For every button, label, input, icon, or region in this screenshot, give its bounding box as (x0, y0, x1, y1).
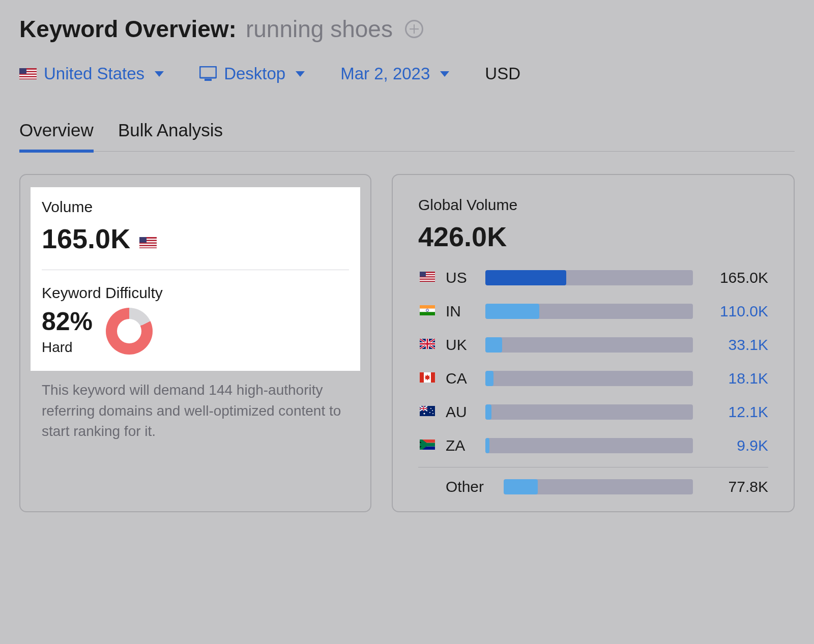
au-flag-icon (418, 405, 437, 419)
volume-value-row: 165.0K (42, 223, 349, 254)
svg-rect-19 (420, 272, 426, 277)
svg-point-30 (430, 408, 431, 409)
svg-rect-3 (19, 75, 37, 76)
volume-value[interactable]: 18.1K (702, 370, 768, 387)
svg-rect-13 (139, 237, 147, 243)
svg-rect-22 (420, 312, 435, 315)
global-volume-row[interactable]: IN110.0K (418, 297, 768, 326)
svg-rect-12 (139, 246, 157, 247)
tab-bulk-analysis[interactable]: Bulk Analysis (118, 120, 223, 151)
kd-level: Hard (42, 339, 93, 356)
svg-rect-17 (420, 278, 435, 279)
global-volume-row: US165.0K (418, 264, 768, 292)
svg-rect-18 (420, 280, 435, 281)
svg-point-32 (429, 412, 430, 413)
page-title-row: Keyword Overview: running shoes (19, 15, 795, 43)
volume-bar (485, 337, 693, 353)
country-filter-label: United States (44, 64, 144, 83)
volume-bar (485, 438, 693, 453)
volume-value[interactable]: 12.1K (702, 403, 768, 421)
volume-kd-card: Volume 165.0K Keyword Difficulty 82% Har… (19, 174, 371, 512)
country-code: UK (446, 336, 476, 354)
tabs: Overview Bulk Analysis (19, 120, 795, 152)
country-code: CA (446, 370, 476, 387)
svg-rect-26 (420, 372, 424, 383)
global-volume-row[interactable]: UK33.1K (418, 331, 768, 359)
divider (418, 467, 768, 467)
volume-value[interactable]: 9.9K (702, 437, 768, 454)
date-filter[interactable]: Mar 2, 2023 (340, 64, 449, 83)
uk-flag-icon (418, 338, 437, 352)
volume-value: 77.8K (702, 478, 768, 495)
global-volume-row[interactable]: AU12.1K (418, 398, 768, 426)
svg-rect-6 (200, 67, 216, 78)
global-volume-card: Global Volume 426.0K US165.0KIN110.0KUK3… (392, 174, 795, 512)
volume-bar (485, 304, 693, 319)
svg-point-31 (432, 410, 433, 411)
tab-overview[interactable]: Overview (19, 120, 94, 153)
keyword-value: running shoes (246, 15, 393, 43)
svg-rect-4 (19, 77, 37, 78)
filters-row: United States Desktop Mar 2, 2023 USD (19, 64, 795, 83)
add-keyword-button[interactable] (405, 20, 423, 38)
kd-donut-chart (106, 308, 153, 355)
kd-value: 82% (42, 307, 93, 336)
page-title: Keyword Overview: (19, 15, 237, 43)
chevron-down-icon (440, 71, 449, 77)
svg-rect-7 (205, 79, 212, 81)
country-filter[interactable]: United States (19, 64, 164, 83)
za-flag-icon (418, 438, 437, 453)
us-flag-icon (19, 64, 37, 83)
date-filter-label: Mar 2, 2023 (340, 64, 430, 83)
chevron-down-icon (155, 71, 164, 77)
volume-bar (504, 479, 693, 494)
global-volume-label: Global Volume (418, 196, 768, 214)
plus-icon (409, 24, 419, 34)
svg-rect-11 (139, 244, 157, 245)
volume-value: 165.0K (42, 223, 130, 254)
us-flag-icon (139, 223, 157, 254)
volume-bar (485, 371, 693, 386)
volume-value[interactable]: 33.1K (702, 336, 768, 354)
country-code: AU (446, 403, 476, 421)
svg-rect-27 (431, 372, 435, 383)
us-flag-icon (418, 271, 437, 285)
ca-flag-icon (418, 371, 437, 386)
volume-value: 165.0K (702, 269, 768, 286)
volume-label: Volume (42, 198, 349, 216)
in-flag-icon (418, 304, 437, 318)
volume-bar (485, 404, 693, 420)
divider (42, 270, 349, 270)
currency-label: USD (485, 64, 520, 83)
device-filter[interactable]: Desktop (199, 64, 305, 83)
country-code: ZA (446, 437, 476, 454)
kd-description: This keyword will demand 144 high-author… (20, 371, 370, 462)
country-code: IN (446, 303, 476, 320)
global-volume-value: 426.0K (418, 221, 507, 252)
global-volume-row-other: Other 77.8K (418, 473, 768, 501)
global-volume-row[interactable]: ZA9.9K (418, 431, 768, 460)
svg-point-34 (423, 413, 425, 414)
country-code: US (446, 269, 476, 286)
volume-bar (485, 270, 693, 285)
svg-rect-5 (19, 68, 26, 74)
global-volume-rows: US165.0KIN110.0KUK33.1KCA18.1KAU12.1KZA9… (418, 264, 768, 460)
svg-rect-20 (420, 305, 435, 309)
kd-label: Keyword Difficulty (42, 284, 349, 302)
volume-value[interactable]: 110.0K (702, 303, 768, 320)
global-volume-row[interactable]: CA18.1K (418, 364, 768, 393)
desktop-icon (199, 66, 217, 81)
metrics-cards: Volume 165.0K Keyword Difficulty 82% Har… (19, 174, 795, 512)
country-code: Other (446, 478, 495, 495)
kd-row: 82% Hard (42, 307, 349, 356)
device-filter-label: Desktop (224, 64, 285, 83)
svg-point-33 (432, 413, 433, 414)
chevron-down-icon (296, 71, 305, 77)
